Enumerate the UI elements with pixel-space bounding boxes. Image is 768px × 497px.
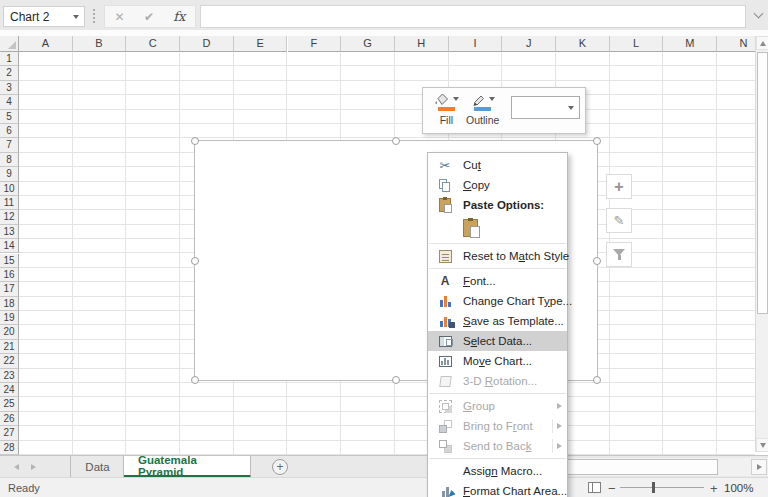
chart-resize-handle[interactable]: [191, 137, 199, 145]
paste-option-keep-formatting[interactable]: [428, 215, 567, 241]
chart-resize-handle[interactable]: [191, 376, 199, 384]
row-header-28[interactable]: 28: [0, 441, 19, 455]
row-header-10[interactable]: 10: [0, 182, 19, 196]
chart-resize-handle[interactable]: [191, 257, 199, 265]
row-header-14[interactable]: 14: [0, 239, 19, 253]
menu-item-change-chart-type[interactable]: Change Chart Type...: [428, 291, 567, 311]
row-header-26[interactable]: 26: [0, 412, 19, 426]
style-combo-box[interactable]: [511, 96, 580, 119]
menu-item-assign-macro[interactable]: Assign Macro...: [428, 461, 567, 481]
row-header-6[interactable]: 6: [0, 124, 19, 138]
column-header-C[interactable]: C: [126, 36, 180, 52]
select-all-triangle-icon: [8, 41, 16, 49]
expand-formula-bar-icon[interactable]: [752, 10, 764, 20]
row-header-22[interactable]: 22: [0, 354, 19, 368]
vertical-scroll-thumb[interactable]: [757, 52, 768, 314]
zoom-slider-track[interactable]: [620, 487, 704, 488]
row-header-18[interactable]: 18: [0, 297, 19, 311]
scroll-up-button[interactable]: [756, 36, 768, 50]
row-header-19[interactable]: 19: [0, 311, 19, 325]
fill-button[interactable]: Fill: [430, 92, 463, 131]
name-box-dropdown[interactable]: [68, 7, 84, 26]
horizontal-scrollbar[interactable]: [560, 458, 768, 476]
formula-input[interactable]: [200, 5, 746, 28]
sheet-tab-guatemala-pyramid[interactable]: Guatemala Pyramid: [124, 456, 251, 478]
row-header-17[interactable]: 17: [0, 282, 19, 296]
page-layout-view-icon[interactable]: [588, 482, 601, 493]
enter-icon[interactable]: ✔: [144, 10, 154, 24]
chart-elements-button[interactable]: +: [606, 174, 632, 199]
column-header-H[interactable]: H: [395, 36, 449, 52]
row-header-24[interactable]: 24: [0, 383, 19, 397]
select-all-button[interactable]: [0, 36, 19, 52]
scissors-icon: ✂: [440, 159, 451, 172]
zoom-in-button[interactable]: +: [710, 481, 718, 496]
column-header-I[interactable]: I: [449, 36, 503, 52]
chart-filters-button[interactable]: [606, 242, 632, 267]
row-header-7[interactable]: 7: [0, 138, 19, 152]
row-header-15[interactable]: 15: [0, 254, 19, 268]
row-header-25[interactable]: 25: [0, 397, 19, 411]
row-header-16[interactable]: 16: [0, 268, 19, 282]
column-header-G[interactable]: G: [341, 36, 395, 52]
row-header-12[interactable]: 12: [0, 210, 19, 224]
mini-toolbar: Fill Outline: [422, 87, 586, 134]
column-header-N[interactable]: N: [717, 36, 755, 52]
menu-item-save-as-template[interactable]: Save as Template...: [428, 311, 567, 331]
row-header-23[interactable]: 23: [0, 369, 19, 383]
column-header-M[interactable]: M: [663, 36, 717, 52]
row-header-3[interactable]: 3: [0, 81, 19, 95]
row-header-20[interactable]: 20: [0, 325, 19, 339]
formula-bar-splitter[interactable]: [93, 9, 96, 23]
scroll-down-button[interactable]: [756, 438, 768, 452]
row-header-11[interactable]: 11: [0, 196, 19, 210]
column-header-K[interactable]: K: [556, 36, 610, 52]
column-header-B[interactable]: B: [73, 36, 127, 52]
next-sheet-icon[interactable]: [31, 464, 36, 470]
funnel-icon: [613, 249, 625, 260]
column-header-A[interactable]: A: [19, 36, 73, 52]
zoom-level[interactable]: 100%: [724, 482, 753, 494]
menu-item-copy[interactable]: Copy: [428, 175, 567, 195]
row-header-2[interactable]: 2: [0, 66, 19, 80]
row-header-27[interactable]: 27: [0, 426, 19, 440]
row-header-4[interactable]: 4: [0, 95, 19, 109]
menu-item-move-chart[interactable]: Move Chart...: [428, 351, 567, 371]
chart-resize-handle[interactable]: [392, 137, 400, 145]
sheet-tab-data[interactable]: Data: [72, 456, 124, 478]
column-header-F[interactable]: F: [288, 36, 342, 52]
menu-item-font[interactable]: A Font...: [428, 271, 567, 291]
chart-resize-handle[interactable]: [593, 376, 601, 384]
chart-styles-button[interactable]: ✎: [606, 208, 632, 233]
column-header-J[interactable]: J: [502, 36, 556, 52]
menu-item-format-chart-area[interactable]: Format Chart Area...: [428, 481, 567, 497]
row-header-13[interactable]: 13: [0, 225, 19, 239]
chart-resize-handle[interactable]: [392, 376, 400, 384]
horizontal-scroll-thumb[interactable]: [564, 459, 718, 475]
cancel-icon[interactable]: ✕: [115, 10, 125, 24]
row-header-21[interactable]: 21: [0, 340, 19, 354]
prev-sheet-icon[interactable]: [14, 464, 19, 470]
row-header-8[interactable]: 8: [0, 153, 19, 167]
zoom-out-button[interactable]: −: [608, 481, 616, 496]
vertical-scrollbar[interactable]: [755, 36, 768, 452]
menu-item-select-data[interactable]: Select Data...: [428, 331, 567, 351]
zoom-slider-thumb[interactable]: [652, 482, 655, 493]
insert-function-icon[interactable]: fx: [173, 9, 185, 24]
column-header-E[interactable]: E: [234, 36, 288, 52]
outline-button[interactable]: Outline: [463, 92, 503, 131]
row-header-5[interactable]: 5: [0, 110, 19, 124]
column-header-D[interactable]: D: [180, 36, 234, 52]
row-headers: 1234567891011121314151617181920212223242…: [0, 52, 19, 455]
chart-resize-handle[interactable]: [593, 257, 601, 265]
menu-item-cut[interactable]: ✂ Cut: [428, 155, 567, 175]
scroll-right-button[interactable]: [751, 459, 767, 475]
name-box[interactable]: Chart 2: [3, 6, 85, 27]
column-header-L[interactable]: L: [610, 36, 664, 52]
row-header-9[interactable]: 9: [0, 167, 19, 181]
chart-resize-handle[interactable]: [593, 137, 601, 145]
row-header-1[interactable]: 1: [0, 52, 19, 66]
move-chart-icon: [439, 356, 452, 367]
new-sheet-button[interactable]: +: [272, 459, 288, 475]
menu-item-reset-to-match-style[interactable]: Reset to Match Style: [428, 246, 567, 266]
